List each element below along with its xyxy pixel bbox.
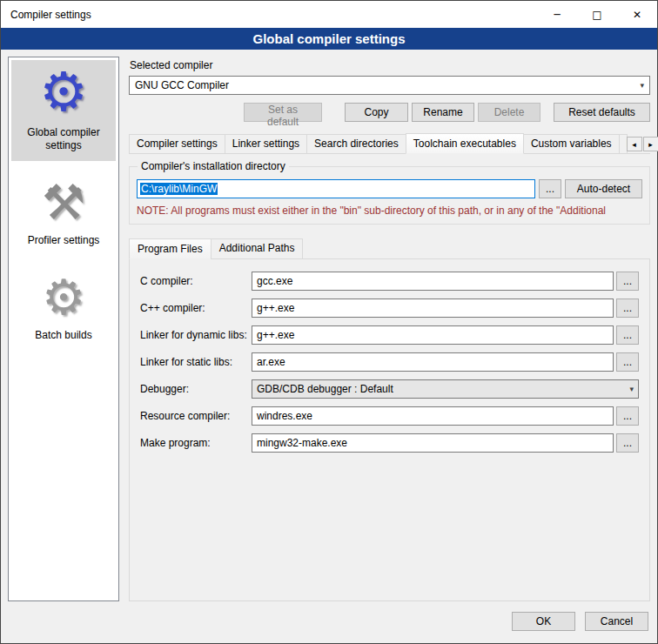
copy-button[interactable]: Copy (345, 103, 408, 122)
rename-button[interactable]: Rename (412, 103, 474, 122)
maximize-icon: □ (592, 9, 601, 21)
debugger-label: Debugger: (140, 383, 252, 395)
dynamic-linker-value: g++.exe (257, 329, 294, 341)
sidebar-item-label: Profiler settings (28, 234, 100, 247)
gear-icon: ⚙ (42, 273, 85, 322)
window-controls: ─ □ ✕ (537, 1, 657, 28)
dynamic-linker-input[interactable]: g++.exe (252, 325, 614, 345)
static-linker-browse-button[interactable]: ... (616, 352, 639, 372)
close-icon: ✕ (633, 9, 641, 21)
dynamic-linker-browse-button[interactable]: ... (616, 325, 639, 345)
set-as-default-button[interactable]: Set as default (244, 103, 322, 122)
form-row-static-linker: Linker for static libs: ar.exe ... (140, 352, 639, 372)
resource-compiler-label: Resource compiler: (140, 410, 252, 422)
close-button[interactable]: ✕ (617, 1, 657, 28)
resource-compiler-input[interactable]: windres.exe (252, 406, 614, 426)
settings-tabs: Compiler settings Linker settings Search… (129, 133, 650, 154)
installation-directory-input[interactable]: C:\raylib\MinGW (137, 179, 535, 198)
form-row-dynamic-linker: Linker for dynamic libs: g++.exe ... (140, 325, 639, 345)
c-compiler-label: C compiler: (140, 275, 252, 287)
make-program-browse-button[interactable]: ... (616, 433, 639, 453)
sidebar-item-label: Batch builds (35, 329, 91, 342)
settings-category-list: ⚙ Global compiler settings ⚒ Profiler se… (8, 57, 119, 601)
sidebar-item-profiler-settings[interactable]: ⚒ Profiler settings (11, 173, 116, 256)
arrow-right-icon: ▸ (648, 140, 653, 149)
form-row-resource-compiler: Resource compiler: windres.exe ... (140, 406, 639, 426)
installation-directory-value: C:\raylib\MinGW (140, 183, 218, 195)
static-linker-input[interactable]: ar.exe (252, 352, 614, 372)
debugger-value: GDB/CDB debugger : Default (257, 383, 393, 395)
make-program-value: mingw32-make.exe (257, 437, 347, 449)
toolchain-subtab-area: Program Files Additional Paths C compile… (129, 238, 650, 601)
browse-directory-button[interactable]: ... (539, 179, 561, 198)
static-linker-value: ar.exe (257, 356, 285, 368)
tab-scroll-left-button[interactable]: ◂ (627, 137, 642, 151)
form-row-c-compiler: C compiler: gcc.exe ... (140, 272, 639, 291)
cancel-button[interactable]: Cancel (585, 612, 648, 631)
selected-compiler-dropdown[interactable]: GNU GCC Compiler ▾ (129, 76, 650, 95)
dialog-footer: OK Cancel (1, 608, 657, 643)
toolchain-subtabs: Program Files Additional Paths (129, 238, 650, 258)
make-program-input[interactable]: mingw32-make.exe (252, 433, 614, 453)
chevron-down-icon: ▾ (640, 81, 644, 90)
dynamic-linker-label: Linker for dynamic libs: (140, 329, 252, 341)
debugger-dropdown[interactable]: GDB/CDB debugger : Default ▾ (252, 379, 639, 399)
cpp-compiler-label: C++ compiler: (140, 302, 252, 314)
reset-defaults-button[interactable]: Reset defaults (554, 103, 650, 122)
tab-search-directories[interactable]: Search directories (306, 134, 406, 154)
sidebar-item-batch-builds[interactable]: ⚙ Batch builds (11, 268, 116, 351)
selected-compiler-value: GNU GCC Compiler (135, 79, 229, 91)
minimize-button[interactable]: ─ (537, 1, 577, 28)
static-linker-label: Linker for static libs: (140, 356, 252, 368)
compiler-buttons-row: Set as default Copy Rename Delete Reset … (129, 103, 650, 122)
program-files-panel: C compiler: gcc.exe ... C++ compiler: g+… (129, 258, 650, 601)
tab-compiler-settings[interactable]: Compiler settings (129, 134, 225, 154)
form-row-debugger: Debugger: GDB/CDB debugger : Default ▾ (140, 379, 639, 399)
tab-program-files[interactable]: Program Files (129, 238, 212, 259)
resource-compiler-browse-button[interactable]: ... (616, 406, 639, 426)
delete-button[interactable]: Delete (478, 103, 540, 122)
dialog-header: Global compiler settings (1, 28, 657, 50)
sidebar-item-label: Global compiler settings (13, 126, 114, 152)
form-row-cpp-compiler: C++ compiler: g++.exe ... (140, 299, 639, 318)
cpp-compiler-browse-button[interactable]: ... (616, 299, 639, 318)
titlebar: Compiler settings ─ □ ✕ (1, 1, 657, 28)
auto-detect-button[interactable]: Auto-detect (565, 179, 642, 198)
tab-additional-paths[interactable]: Additional Paths (211, 238, 304, 259)
make-program-label: Make program: (140, 437, 252, 449)
gear-icon: ⚙ (39, 65, 88, 119)
c-compiler-input[interactable]: gcc.exe (252, 272, 614, 291)
page-title: Global compiler settings (252, 31, 405, 46)
compiler-settings-dialog: Compiler settings ─ □ ✕ Global compiler … (0, 0, 658, 644)
programs-note-text: NOTE: All programs must exist either in … (137, 205, 642, 217)
hammer-icon: ⚒ (42, 178, 85, 227)
tab-toolchain-executables[interactable]: Toolchain executables (406, 133, 524, 154)
window-title: Compiler settings (1, 9, 91, 21)
selected-compiler-label: Selected compiler (130, 59, 650, 71)
arrow-left-icon: ◂ (632, 140, 636, 149)
tab-custom-variables[interactable]: Custom variables (523, 134, 620, 154)
form-row-make-program: Make program: mingw32-make.exe ... (140, 433, 639, 453)
minimize-icon: ─ (554, 9, 560, 21)
c-compiler-browse-button[interactable]: ... (616, 272, 639, 291)
resource-compiler-value: windres.exe (257, 410, 312, 422)
maximize-button[interactable]: □ (577, 1, 617, 28)
installation-path-row: C:\raylib\MinGW ... Auto-detect (137, 179, 642, 198)
installation-directory-group: Compiler's installation directory C:\ray… (129, 166, 650, 225)
chevron-down-icon: ▾ (629, 385, 634, 393)
tab-scroll-right-button[interactable]: ▸ (643, 137, 658, 151)
c-compiler-value: gcc.exe (257, 275, 292, 287)
dialog-content: ⚙ Global compiler settings ⚒ Profiler se… (1, 50, 657, 608)
tab-scroll-buttons: ◂ ▸ (627, 137, 658, 151)
installation-directory-title: Compiler's installation directory (138, 160, 289, 172)
cpp-compiler-input[interactable]: g++.exe (252, 299, 614, 318)
cpp-compiler-value: g++.exe (257, 302, 294, 314)
sidebar-item-global-compiler-settings[interactable]: ⚙ Global compiler settings (11, 60, 116, 161)
ok-button[interactable]: OK (512, 612, 575, 631)
tab-linker-settings[interactable]: Linker settings (225, 134, 307, 154)
main-panel: Selected compiler GNU GCC Compiler ▾ Set… (129, 57, 650, 601)
